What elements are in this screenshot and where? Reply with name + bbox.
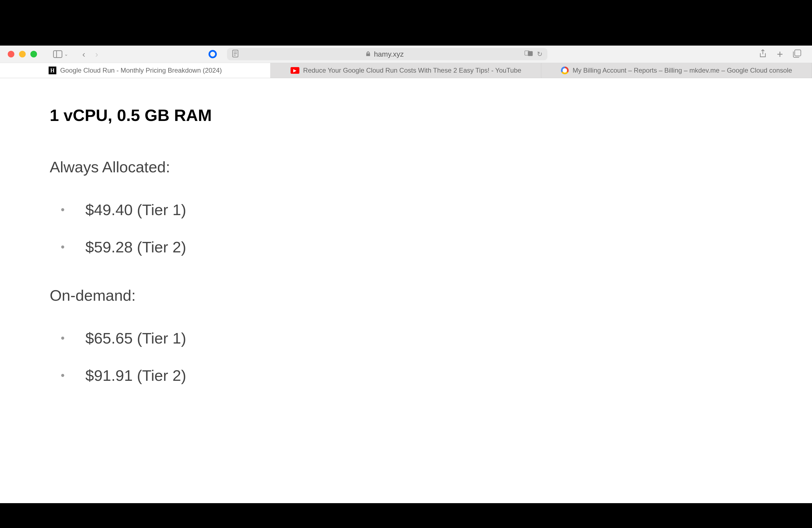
toolbar-right: + [758, 48, 801, 60]
sidebar-toggle-button[interactable]: ⌄ [52, 48, 70, 60]
price-item: $59.28 (Tier 2) [85, 238, 186, 256]
bullet-icon: • [61, 332, 64, 344]
svg-rect-8 [795, 50, 801, 56]
bullet-icon: • [61, 241, 64, 253]
reload-icon[interactable]: ↻ [537, 50, 542, 58]
price-item: $65.65 (Tier 1) [85, 329, 186, 347]
back-button[interactable]: ‹ [80, 48, 88, 60]
section-label-always-allocated: Always Allocated: [50, 158, 762, 176]
tab-title: My Billing Account – Reports – Billing –… [572, 67, 792, 74]
list-item: • $91.91 (Tier 2) [50, 366, 762, 384]
list-item: • $49.40 (Tier 1) [50, 201, 762, 219]
loading-indicator-icon [208, 50, 217, 58]
reader-mode-icon[interactable] [232, 50, 238, 59]
tab-pricing-breakdown[interactable]: H Google Cloud Run - Monthly Pricing Bre… [0, 63, 271, 78]
window-controls [8, 51, 37, 57]
maximize-window-button[interactable] [30, 51, 37, 57]
address-bar-content: 🔒︎ hamy.xyz [244, 50, 524, 59]
favicon-youtube-icon: ▶ [291, 67, 300, 74]
browser-window: ⌄ ‹ › 🔒︎ hamy.xyz [0, 46, 812, 503]
tab-title: Google Cloud Run - Monthly Pricing Break… [60, 67, 222, 74]
list-item: • $65.65 (Tier 1) [50, 329, 762, 347]
svg-rect-0 [54, 50, 62, 57]
sidebar-icon [53, 50, 62, 58]
address-bar[interactable]: 🔒︎ hamy.xyz ↻ [227, 48, 547, 60]
favicon-google-cloud-icon [561, 67, 569, 74]
forward-button[interactable]: › [93, 48, 101, 60]
url-text: hamy.xyz [374, 50, 404, 59]
minimize-window-button[interactable] [19, 51, 26, 57]
browser-toolbar: ⌄ ‹ › 🔒︎ hamy.xyz [0, 46, 812, 63]
bullet-icon: • [61, 204, 64, 216]
tabs-bar: H Google Cloud Run - Monthly Pricing Bre… [0, 63, 812, 78]
navigation-arrows: ‹ › [80, 48, 100, 60]
bullet-icon: • [61, 369, 64, 382]
page-content: 1 vCPU, 0.5 GB RAM Always Allocated: • $… [0, 78, 812, 503]
tab-title: Reduce Your Google Cloud Run Costs With … [303, 67, 521, 74]
list-item: • $59.28 (Tier 2) [50, 238, 762, 256]
new-tab-button[interactable]: + [777, 48, 783, 60]
share-button[interactable] [758, 49, 767, 59]
page-heading: 1 vCPU, 0.5 GB RAM [50, 106, 762, 125]
favicon-h-icon: H [48, 67, 56, 74]
bottom-letterbox [0, 503, 812, 528]
lock-icon: 🔒︎ [365, 50, 371, 58]
tab-youtube[interactable]: ▶ Reduce Your Google Cloud Run Costs Wit… [271, 63, 541, 78]
price-list-always-allocated: • $49.40 (Tier 1) • $59.28 (Tier 2) [50, 201, 762, 256]
svg-rect-7 [528, 52, 533, 56]
tab-overview-button[interactable] [793, 49, 801, 59]
translate-icon[interactable] [524, 50, 533, 58]
tab-google-cloud[interactable]: My Billing Account – Reports – Billing –… [541, 63, 812, 78]
price-list-on-demand: • $65.65 (Tier 1) • $91.91 (Tier 2) [50, 329, 762, 384]
price-item: $91.91 (Tier 2) [85, 366, 186, 384]
top-letterbox [0, 0, 812, 46]
chevron-down-icon: ⌄ [64, 51, 68, 57]
close-window-button[interactable] [8, 51, 14, 57]
price-item: $49.40 (Tier 1) [85, 201, 186, 219]
section-label-on-demand: On-demand: [50, 287, 762, 304]
